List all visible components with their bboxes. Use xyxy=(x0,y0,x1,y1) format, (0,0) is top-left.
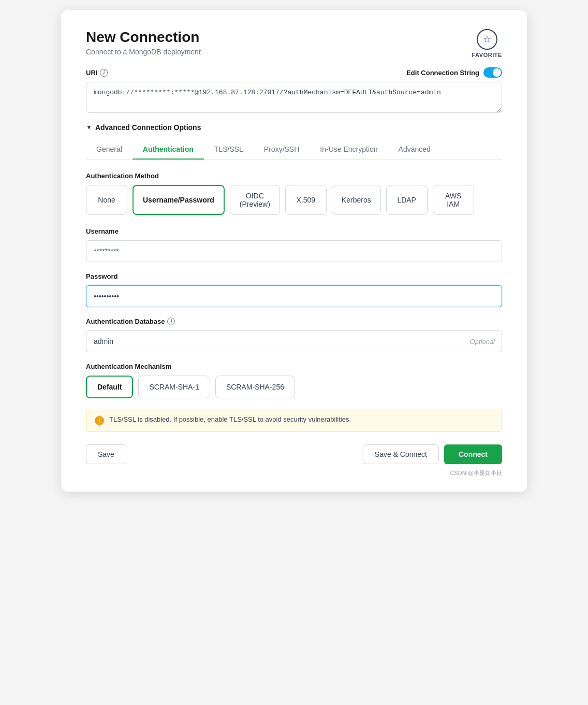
tls-warning-banner: ! TLS/SSL is disabled. If possible, enab… xyxy=(86,409,502,432)
tab-proxy-ssh[interactable]: Proxy/SSH xyxy=(254,140,310,160)
password-field-group: Password xyxy=(86,272,502,307)
connection-tabs: General Authentication TLS/SSL Proxy/SSH… xyxy=(86,140,502,160)
edit-connection-string-label: Edit Connection String xyxy=(406,69,479,77)
password-label: Password xyxy=(86,272,502,280)
watermark: CSDN @半夏知半秋 xyxy=(86,469,502,477)
auth-method-aws-iam[interactable]: AWSIAM xyxy=(433,185,474,215)
uri-input[interactable]: mongodb://*********:*****@192.168.87.128… xyxy=(86,82,502,113)
connect-button[interactable]: Connect xyxy=(444,444,502,464)
uri-label: URI i xyxy=(86,69,108,77)
auth-mechanism-buttons: Default SCRAM-SHA-1 SCRAM-SHA-256 xyxy=(86,376,502,398)
modal-footer: Save Save & Connect Connect xyxy=(86,440,502,464)
modal-title: New Connection xyxy=(86,29,201,46)
uri-section: URI i Edit Connection String mongodb://*… xyxy=(86,67,502,115)
new-connection-modal: New Connection Connect to a MongoDB depl… xyxy=(61,10,527,492)
auth-database-info-icon[interactable]: i xyxy=(167,318,175,325)
auth-method-none[interactable]: None xyxy=(86,185,127,215)
save-and-connect-button[interactable]: Save & Connect xyxy=(363,444,439,464)
auth-mech-scram-sha-1[interactable]: SCRAM-SHA-1 xyxy=(138,376,210,398)
edit-connection-string-switch[interactable] xyxy=(483,67,502,78)
auth-method-oidc[interactable]: OIDC(Preview) xyxy=(230,185,280,215)
auth-method-label: Authentication Method xyxy=(86,172,502,180)
warning-text: TLS/SSL is disabled. If possible, enable… xyxy=(109,415,351,423)
favorite-button[interactable]: ☆ FAVORITE xyxy=(472,29,502,58)
tab-in-use-encryption[interactable]: In-Use Encryption xyxy=(310,140,388,160)
tab-authentication[interactable]: Authentication xyxy=(133,140,204,160)
auth-database-label: Authentication Database i xyxy=(86,318,502,325)
tab-tls-ssl[interactable]: TLS/SSL xyxy=(204,140,254,160)
username-input[interactable] xyxy=(86,240,502,262)
auth-method-username-password[interactable]: Username/Password xyxy=(133,185,225,215)
password-input[interactable] xyxy=(86,285,502,307)
modal-subtitle: Connect to a MongoDB deployment xyxy=(86,48,201,56)
auth-method-ldap[interactable]: LDAP xyxy=(386,185,428,215)
uri-row: URI i Edit Connection String xyxy=(86,67,502,78)
auth-database-input-wrapper: Optional xyxy=(86,330,502,352)
advanced-options-label: Advanced Connection Options xyxy=(95,123,201,132)
header-left: New Connection Connect to a MongoDB depl… xyxy=(86,29,201,56)
chevron-down-icon: ▼ xyxy=(86,124,92,131)
save-button[interactable]: Save xyxy=(86,444,126,464)
uri-info-icon[interactable]: i xyxy=(100,69,108,77)
username-field-group: Username xyxy=(86,227,502,262)
warning-icon: ! xyxy=(95,416,104,425)
auth-methods-group: None Username/Password OIDC(Preview) X.5… xyxy=(86,185,502,215)
modal-header: New Connection Connect to a MongoDB depl… xyxy=(86,29,502,58)
username-label: Username xyxy=(86,227,502,235)
favorite-label: FAVORITE xyxy=(472,52,502,58)
auth-mechanism-label: Authentication Mechanism xyxy=(86,363,502,370)
auth-mech-default[interactable]: Default xyxy=(86,376,133,398)
tab-advanced[interactable]: Advanced xyxy=(388,140,441,160)
edit-connection-string-toggle: Edit Connection String xyxy=(406,67,502,78)
footer-right-buttons: Save & Connect Connect xyxy=(363,444,502,464)
auth-database-input[interactable] xyxy=(86,330,502,352)
tab-general[interactable]: General xyxy=(86,140,133,160)
auth-method-x509[interactable]: X.509 xyxy=(285,185,327,215)
advanced-connection-options-toggle[interactable]: ▼ Advanced Connection Options xyxy=(86,123,502,132)
auth-method-kerberos[interactable]: Kerberos xyxy=(332,185,381,215)
auth-database-field-group: Authentication Database i Optional xyxy=(86,318,502,352)
auth-mechanism-field-group: Authentication Mechanism Default SCRAM-S… xyxy=(86,363,502,398)
favorite-star-icon: ☆ xyxy=(477,29,497,50)
auth-mech-scram-sha-256[interactable]: SCRAM-SHA-256 xyxy=(215,376,295,398)
